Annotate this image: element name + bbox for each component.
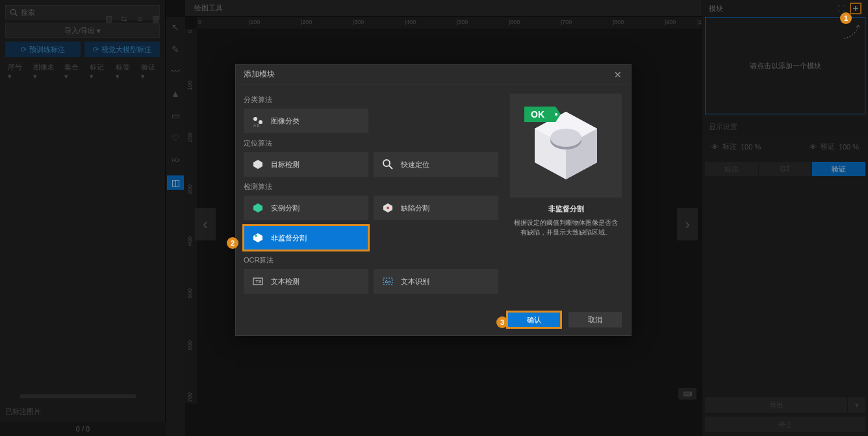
svg-marker-8 [253, 203, 262, 212]
add-module-dialog: 添加模块 ✕ 分类算法 A B 图像分类 定位算法 目标检测 快速定位 检测算法 [235, 64, 632, 336]
card-fast-locate[interactable]: 快速定位 [374, 152, 498, 177]
text-rec-icon: Aa [381, 275, 394, 288]
svg-text:A  B: A B [253, 123, 259, 127]
svg-point-12 [255, 235, 257, 237]
svg-point-24 [555, 113, 557, 116]
unsup-seg-icon [251, 231, 264, 244]
svg-marker-11 [253, 233, 262, 242]
category-detect: 检测算法 [244, 182, 504, 192]
card-text-detection[interactable]: T≡ 文本检测 [244, 269, 368, 294]
svg-point-10 [387, 207, 389, 209]
image-cls-icon: A B [251, 114, 264, 127]
card-defect-seg[interactable]: 缺陷分割 [374, 196, 498, 220]
svg-line-7 [389, 166, 392, 169]
preview-image: OK [510, 94, 622, 198]
svg-marker-5 [253, 160, 262, 169]
obj-det-icon [251, 158, 264, 171]
callout-badge-3: 3 [496, 316, 508, 328]
dialog-preview: OK 非监督分割 根据设定的阈值判断物体图像是否含有缺陷，并显示大致缺陷区域。 [510, 94, 622, 237]
dialog-title: 添加模块 [244, 69, 275, 80]
category-ocr: OCR算法 [244, 255, 504, 265]
preview-desc: 根据设定的阈值判断物体图像是否含有缺陷，并显示大致缺陷区域。 [510, 218, 622, 237]
callout-badge-1: 1 [840, 12, 852, 24]
inst-seg-icon [251, 201, 264, 214]
close-icon[interactable]: ✕ [613, 70, 623, 80]
cancel-button[interactable]: 取消 [568, 312, 622, 327]
text-det-icon: T≡ [251, 275, 264, 288]
card-image-classification[interactable]: A B 图像分类 [244, 109, 368, 133]
svg-point-2 [253, 117, 257, 121]
confirm-button[interactable]: 确认 [507, 312, 561, 327]
fast-loc-icon [381, 158, 394, 171]
callout-badge-2: 2 [227, 237, 238, 249]
card-instance-seg[interactable]: 实例分割 [244, 196, 368, 220]
category-locate: 定位算法 [244, 138, 504, 148]
svg-text:Aa: Aa [385, 279, 391, 285]
svg-point-6 [383, 160, 390, 166]
card-unsupervised-seg[interactable]: 非监督分割 [244, 225, 368, 250]
defect-seg-icon [381, 201, 394, 214]
svg-text:T≡: T≡ [255, 279, 262, 285]
category-classify: 分类算法 [244, 95, 504, 105]
svg-point-21 [550, 129, 581, 147]
preview-title: 非监督分割 [510, 204, 622, 214]
svg-text:OK: OK [531, 109, 544, 120]
card-object-detection[interactable]: 目标检测 [244, 152, 368, 177]
card-text-recognition[interactable]: Aa 文本识别 [374, 269, 498, 294]
